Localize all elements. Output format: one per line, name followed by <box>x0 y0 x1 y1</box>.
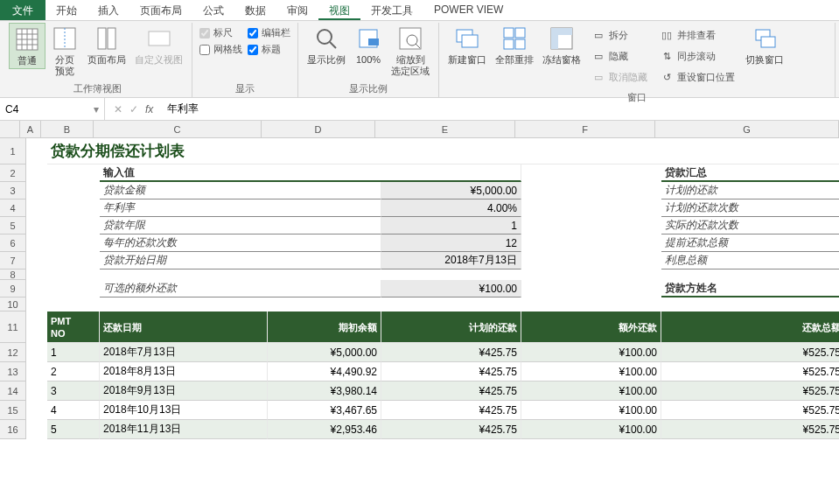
tab-pagelayout[interactable]: 页面布局 <box>129 0 192 20</box>
label-startDate[interactable]: 贷款开始日期 <box>100 252 381 270</box>
label-extraPayment[interactable]: 可选的额外还款 <box>100 280 381 298</box>
tab-review[interactable]: 审阅 <box>276 0 318 20</box>
pagebreak-preview-button[interactable]: 分页 预览 <box>47 23 82 79</box>
pmt-date[interactable]: 2018年9月13日 <box>100 382 268 401</box>
freeze-panes-button[interactable]: 冻结窗格 <box>539 23 584 67</box>
row-header-8[interactable]: 8 <box>0 270 26 280</box>
label-annualRate[interactable]: 年利率 <box>100 200 381 217</box>
th-beginbal[interactable]: 期初余额 <box>268 312 381 343</box>
sched-payment[interactable]: ¥425.75 <box>381 401 521 420</box>
row-header-12[interactable]: 12 <box>0 343 26 362</box>
tab-insert[interactable]: 插入 <box>87 0 129 20</box>
label-loanYears[interactable]: 贷款年限 <box>100 217 381 234</box>
sched-payment[interactable]: ¥425.75 <box>381 362 521 382</box>
row-header-9[interactable]: 9 <box>0 280 26 298</box>
input-loanAmount[interactable]: ¥5,000.00 <box>381 182 521 200</box>
input-startDate[interactable]: 2018年7月13日 <box>381 252 521 270</box>
row-header-15[interactable]: 15 <box>0 401 26 420</box>
row-header-11[interactable]: 11 <box>0 312 26 343</box>
resetpos-button[interactable]: ↺重设窗口位置 <box>656 68 738 86</box>
tab-view[interactable]: 视图 <box>318 0 360 20</box>
total-payment[interactable]: ¥525.75 <box>661 401 839 420</box>
formulabar-checkbox[interactable]: 编辑栏 <box>248 26 290 39</box>
extra-payment[interactable]: ¥100.00 <box>521 401 661 420</box>
input-loanYears[interactable]: 1 <box>381 217 521 234</box>
column-header-E[interactable]: E <box>375 121 515 138</box>
name-box-dropdown-icon[interactable]: ▾ <box>94 103 99 116</box>
pmt-date[interactable]: 2018年10月13日 <box>100 401 268 420</box>
summary-actualCount[interactable]: 实际的还款次数 <box>661 217 839 234</box>
column-header-G[interactable]: G <box>655 121 839 138</box>
input-extraPayment[interactable]: ¥100.00 <box>381 280 521 298</box>
sheet-title[interactable]: 贷款分期偿还计划表 <box>47 138 839 164</box>
tab-formulas[interactable]: 公式 <box>192 0 234 20</box>
zoom-selection-button[interactable]: 缩放到 选定区域 <box>388 23 433 79</box>
begin-balance[interactable]: ¥5,000.00 <box>268 343 381 362</box>
pmt-date[interactable]: 2018年8月13日 <box>100 362 268 382</box>
pmt-no[interactable]: 3 <box>47 382 100 401</box>
pmt-no[interactable]: 1 <box>47 343 100 362</box>
switch-windows-button[interactable]: 切换窗口 <box>742 23 787 67</box>
total-payment[interactable]: ¥525.75 <box>661 343 839 362</box>
th-totalpay[interactable]: 还款总额 <box>661 312 839 343</box>
pmt-no[interactable]: 4 <box>47 401 100 420</box>
loan-summary-header[interactable]: 贷款汇总 <box>661 164 839 182</box>
pmt-date[interactable]: 2018年11月13日 <box>100 420 268 439</box>
name-box[interactable]: ▾ <box>0 98 105 120</box>
input-values-header[interactable]: 输入值 <box>100 164 521 182</box>
pmt-date[interactable]: 2018年7月13日 <box>100 343 268 362</box>
row-header-1[interactable]: 1 <box>0 138 26 164</box>
row-header-7[interactable]: 7 <box>0 252 26 270</box>
tab-home[interactable]: 开始 <box>45 0 87 20</box>
begin-balance[interactable]: ¥3,980.14 <box>268 382 381 401</box>
total-payment[interactable]: ¥525.75 <box>661 362 839 382</box>
column-header-C[interactable]: C <box>94 121 262 138</box>
zoom-100-button[interactable]: 100% <box>351 23 386 67</box>
enter-formula-icon[interactable]: ✓ <box>129 103 138 116</box>
pmt-no[interactable]: 2 <box>47 362 100 382</box>
sched-payment[interactable]: ¥425.75 <box>381 343 521 362</box>
row-header-6[interactable]: 6 <box>0 234 26 252</box>
th-schedpay[interactable]: 计划的还款 <box>381 312 521 343</box>
extra-payment[interactable]: ¥100.00 <box>521 420 661 439</box>
summary-schedCount[interactable]: 计划的还款次数 <box>661 200 839 217</box>
input-annualRate[interactable]: 4.00% <box>381 200 521 217</box>
summary-earlyTotal[interactable]: 提前还款总额 <box>661 234 839 252</box>
pagelayout-view-button[interactable]: 页面布局 <box>84 23 129 67</box>
row-header-10[interactable]: 10 <box>0 298 26 312</box>
sched-payment[interactable]: ¥425.75 <box>381 420 521 439</box>
begin-balance[interactable]: ¥4,490.92 <box>268 362 381 382</box>
syncscroll-button[interactable]: ⇅同步滚动 <box>656 47 738 65</box>
label-loanAmount[interactable]: 贷款金额 <box>100 182 381 200</box>
tab-developer[interactable]: 开发工具 <box>360 0 423 20</box>
gridlines-checkbox[interactable]: 网格线 <box>199 43 242 56</box>
custom-views-button[interactable]: 自定义视图 <box>131 23 186 67</box>
column-header-F[interactable]: F <box>515 121 655 138</box>
sidebyside-button[interactable]: ▯▯并排查看 <box>656 26 738 44</box>
th-pmtno[interactable]: PMT NO <box>47 312 100 343</box>
row-header-4[interactable]: 4 <box>0 200 26 217</box>
extra-payment[interactable]: ¥100.00 <box>521 362 661 382</box>
column-header-A[interactable]: A <box>20 121 41 138</box>
normal-view-button[interactable]: 普通 <box>9 23 45 69</box>
input-paymentsPerYear[interactable]: 12 <box>381 234 521 252</box>
lender-name-header[interactable]: 贷款方姓名 <box>661 280 839 298</box>
row-header-5[interactable]: 5 <box>0 217 26 234</box>
insert-function-icon[interactable]: fx <box>145 103 153 116</box>
split-button[interactable]: ▭拆分 <box>588 26 651 44</box>
cancel-formula-icon[interactable]: ✕ <box>114 103 122 116</box>
begin-balance[interactable]: ¥3,467.65 <box>268 401 381 420</box>
th-extrapay[interactable]: 额外还款 <box>521 312 661 343</box>
cell-grid[interactable]: 贷款分期偿还计划表输入值贷款汇总贷款金额¥5,000.00年利率4.00%贷款年… <box>26 138 839 439</box>
summary-schedRepay[interactable]: 计划的还款 <box>661 182 839 200</box>
arrange-all-button[interactable]: 全部重排 <box>492 23 537 67</box>
ruler-checkbox[interactable]: 标尺 <box>199 26 242 39</box>
begin-balance[interactable]: ¥2,953.46 <box>268 420 381 439</box>
tab-powerview[interactable]: POWER VIEW <box>423 0 514 20</box>
row-header-2[interactable]: 2 <box>0 164 26 182</box>
tab-data[interactable]: 数据 <box>234 0 276 20</box>
zoom-button[interactable]: 显示比例 <box>304 23 349 67</box>
label-paymentsPerYear[interactable]: 每年的还款次数 <box>100 234 381 252</box>
summary-interestTotal[interactable]: 利息总额 <box>661 252 839 270</box>
pmt-no[interactable]: 5 <box>47 420 100 439</box>
